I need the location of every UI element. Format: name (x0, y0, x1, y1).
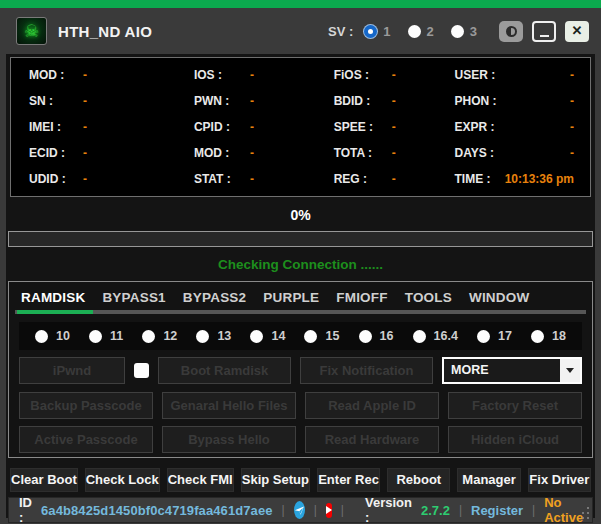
info-label-mod2: MOD : (194, 146, 236, 160)
info-label-pwn: PWN : (194, 94, 236, 108)
check-fmi-button[interactable]: Check FMI (167, 468, 234, 492)
bypass-hello-button[interactable]: Bypass Hello (162, 426, 296, 453)
close-button[interactable]: ✕ (565, 21, 589, 42)
info-label-time: TIME : (455, 172, 491, 186)
play-glyph (326, 506, 332, 514)
separator: | (282, 503, 285, 517)
ios-radio-17[interactable]: 17 (477, 329, 512, 343)
tab-bypass1[interactable]: BYPASS1 (102, 290, 165, 305)
info-row: IMEI :- (29, 120, 180, 134)
backup-passcode-button[interactable]: Backup Passcode (19, 392, 153, 419)
manager-button[interactable]: Manager (457, 468, 520, 492)
factory-reset-button[interactable]: Factory Reset (448, 392, 582, 419)
youtube-icon[interactable] (326, 503, 332, 518)
active-passcode-button[interactable]: Active Passcode (19, 426, 153, 453)
boot-ramdisk-button[interactable]: Boot Ramdisk (158, 357, 291, 384)
radio-icon (304, 330, 317, 343)
active-tab-indicator (17, 310, 93, 314)
genaral-hello-files-button[interactable]: Genaral Hello Files (162, 392, 296, 419)
info-label-stat: STAT : (194, 172, 236, 186)
ipwnd-checkbox[interactable] (134, 363, 149, 378)
radio-icon (250, 330, 263, 343)
fix-notification-button[interactable]: Fix Notification (300, 357, 433, 384)
fix-driver-button[interactable]: Fix Driver (528, 468, 591, 492)
info-label-ios: IOS : (194, 68, 236, 82)
reboot-button[interactable]: Reboot (387, 468, 450, 492)
tab-bypass2[interactable]: BYPASS2 (183, 290, 246, 305)
read-hardware-button[interactable]: Read Hardware (305, 426, 439, 453)
ios-radio-16-4-label: 16.4 (434, 329, 458, 343)
separator: | (532, 503, 535, 517)
progress-percent: 0% (8, 207, 593, 223)
info-value-mod2: - (250, 146, 254, 160)
info-value-days: - (570, 146, 574, 160)
ios-radio-18-label: 18 (552, 329, 566, 343)
info-row: TOTA :- (334, 146, 441, 160)
tab-window[interactable]: WINDOW (469, 290, 529, 305)
info-label-bdid: BDID : (334, 94, 378, 108)
radio-icon (89, 330, 102, 343)
ios-radio-12[interactable]: 12 (142, 329, 177, 343)
info-value-ios: - (250, 68, 254, 82)
info-label-days: DAYS : (455, 146, 495, 160)
ios-radio-13[interactable]: 13 (196, 329, 231, 343)
info-value-time: 10:13:36 pm (505, 172, 574, 186)
device-info-panel: MOD :- SN :- IMEI :- ECID :- UDID :- IOS… (10, 57, 591, 197)
radio-icon (413, 330, 426, 343)
ios-radio-16[interactable]: 16 (359, 329, 394, 343)
resize-grip[interactable] (581, 505, 589, 519)
app-skull-icon: ☠ (16, 17, 47, 45)
enter-rec-button[interactable]: Enter Rec (317, 468, 380, 492)
info-label-tota: TOTA : (334, 146, 378, 160)
action-row-3: Active Passcode Bypass Hello Read Hardwa… (19, 426, 582, 453)
ios-radio-15[interactable]: 15 (304, 329, 339, 343)
separator: | (314, 503, 317, 517)
ios-radio-12-label: 12 (163, 329, 177, 343)
minimize-button[interactable] (532, 21, 556, 42)
radio-icon (451, 25, 464, 38)
info-label-user: USER : (455, 68, 496, 82)
theme-toggle-button[interactable] (499, 21, 523, 42)
separator: | (459, 503, 462, 517)
tabs-row: RAMDISK BYPASS1 BYPASS2 PURPLE FMIOFF TO… (9, 282, 592, 305)
info-row: SN :- (29, 94, 180, 108)
sv-radio-1-label: 1 (383, 24, 390, 39)
tab-tools[interactable]: TOOLS (405, 290, 452, 305)
window-controls: ✕ (499, 21, 589, 42)
register-link[interactable]: Register (471, 503, 523, 518)
info-value-user: - (570, 68, 574, 82)
dropdown-arrow-button[interactable] (560, 359, 580, 382)
check-lock-button[interactable]: Check Lock (85, 468, 160, 492)
sv-radio-1[interactable]: 1 (364, 24, 390, 39)
ios-radio-10[interactable]: 10 (35, 329, 70, 343)
sv-radio-2[interactable]: 2 (408, 24, 434, 39)
separator: | (341, 503, 344, 517)
skull-glyph: ☠ (24, 21, 39, 42)
app-title: HTH_ND AIO (58, 23, 152, 40)
info-label-expr: EXPR : (455, 120, 495, 134)
info-row: EXPR :- (455, 120, 574, 134)
radio-icon (35, 330, 48, 343)
ios-radio-16-4[interactable]: 16.4 (413, 329, 458, 343)
more-dropdown[interactable]: MORE (442, 357, 582, 384)
progress-bar (8, 231, 593, 247)
ios-radio-17-label: 17 (498, 329, 512, 343)
sv-radio-3[interactable]: 3 (451, 24, 477, 39)
skip-setup-button[interactable]: Skip Setup (241, 468, 310, 492)
read-apple-id-button[interactable]: Read Apple ID (305, 392, 439, 419)
tab-fmioff[interactable]: FMIOFF (336, 290, 387, 305)
ios-radio-18[interactable]: 18 (531, 329, 566, 343)
clear-boot-button[interactable]: Clear Boot (10, 468, 78, 492)
hidden-icloud-button[interactable]: Hidden iCloud (448, 426, 582, 453)
ios-radio-14[interactable]: 14 (250, 329, 285, 343)
telegram-icon[interactable] (294, 501, 305, 519)
tab-ramdisk[interactable]: RAMDISK (21, 290, 85, 305)
ipwnd-button[interactable]: iPwnd (19, 357, 125, 384)
hwid-value: 6a4b8425d1450bf0c4719faa461d7aee (41, 503, 273, 518)
tab-purple[interactable]: PURPLE (263, 290, 319, 305)
connection-status-text: Checking Connection ...... (8, 257, 593, 272)
info-row: REG :- (334, 172, 441, 186)
sv-label: SV : (328, 24, 353, 39)
info-label-imei: IMEI : (29, 120, 69, 134)
ios-radio-11[interactable]: 11 (89, 329, 123, 343)
